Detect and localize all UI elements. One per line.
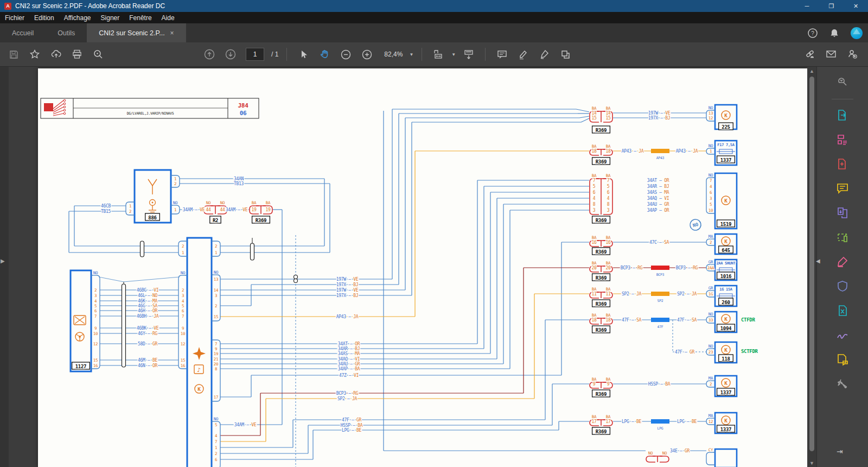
combine-files-icon[interactable] xyxy=(834,205,851,221)
print-icon[interactable] xyxy=(69,46,85,62)
pin-number: 12 xyxy=(93,342,98,346)
scroll-down-icon[interactable]: ▼ xyxy=(807,460,816,466)
wire-label: LPG — BE xyxy=(677,419,697,424)
wire-label: 46BG — VI xyxy=(137,288,159,293)
organize-pages-icon[interactable] xyxy=(834,131,851,148)
scrollbar-thumb[interactable] xyxy=(809,77,814,451)
zoom-in-icon[interactable] xyxy=(359,46,375,62)
pin-header: NO xyxy=(709,143,713,148)
zoom-level-value[interactable]: 82,4% xyxy=(384,51,403,58)
menu-fichier[interactable]: Fichier xyxy=(0,12,29,23)
export-pdf-icon[interactable] xyxy=(834,107,851,123)
previous-page-icon[interactable] xyxy=(201,46,218,62)
email-icon[interactable] xyxy=(823,46,839,62)
create-pdf-icon[interactable] xyxy=(834,156,851,172)
fit-dropdown-caret[interactable]: ▼ xyxy=(451,52,456,57)
wire-label: 34AS — MA xyxy=(647,190,669,195)
comment-icon[interactable] xyxy=(834,180,851,197)
schematic-text: 4 xyxy=(593,196,596,201)
comment-tool-icon[interactable] xyxy=(494,46,510,62)
schematic-text: 15 xyxy=(605,116,611,121)
page-number-input[interactable]: 1 xyxy=(246,48,264,61)
highlight-tool-icon[interactable] xyxy=(515,46,531,62)
tab-document[interactable]: CNI2 sur Scenic 2.P... × xyxy=(87,23,186,42)
pin-header: BA xyxy=(606,377,611,382)
user-avatar[interactable] xyxy=(851,27,863,39)
expand-left-panel-icon[interactable]: ▶ xyxy=(1,258,5,264)
edit-pdf-icon[interactable] xyxy=(834,229,851,245)
wire-label: 46L — NO xyxy=(138,293,158,298)
wire-label: 197W — VE xyxy=(336,277,359,282)
schematic-text: 6 xyxy=(607,190,610,195)
protect-icon[interactable] xyxy=(834,278,851,294)
schematic-text: 19 xyxy=(251,207,257,212)
save-icon[interactable] xyxy=(5,46,22,62)
menu-signer[interactable]: Signer xyxy=(96,12,125,23)
search-tools-icon[interactable] xyxy=(834,73,851,90)
wire-label: 47F — GR xyxy=(675,350,695,355)
find-icon[interactable] xyxy=(90,46,106,62)
zoom-out-icon[interactable] xyxy=(337,46,354,62)
share-cloud-icon[interactable] xyxy=(48,46,64,62)
wire-label: 34AP — BA xyxy=(338,367,360,371)
pin-number: 2 xyxy=(215,451,217,456)
pin-number: 1 xyxy=(129,204,131,209)
schematic-text: 3 xyxy=(607,208,610,213)
menu-edition[interactable]: Edition xyxy=(29,12,59,23)
pin-header: BA xyxy=(606,414,611,419)
schematic-canvas: 1212NO1NO234567910121516NO23456791012151… xyxy=(38,68,807,467)
minimize-button[interactable]: ─ xyxy=(795,0,819,12)
pin-number: 2 xyxy=(710,382,712,387)
fit-width-icon[interactable] xyxy=(430,46,446,62)
inline-connector-symbol xyxy=(293,279,297,283)
wire-label: 34AM — VE xyxy=(183,207,205,212)
pin-header: BA xyxy=(606,235,611,240)
k-symbol-letter: K xyxy=(197,386,201,392)
pin-number: 3 xyxy=(94,293,97,298)
schematic-text: 18 xyxy=(591,149,597,154)
pin-number: 7 xyxy=(215,439,217,444)
pin-number: 21 xyxy=(214,357,218,362)
open-tools-pane-icon[interactable]: ⇥ xyxy=(837,447,843,456)
notifications-bell-icon[interactable] xyxy=(829,28,840,39)
pin-header: MA xyxy=(709,234,713,239)
fit-page-icon[interactable] xyxy=(461,46,477,62)
zoom-dropdown-caret[interactable]: ▼ xyxy=(409,52,413,57)
diagram-code: J84 xyxy=(238,102,249,109)
wire-label: AP43 — JA xyxy=(336,314,359,319)
pin-header: BA xyxy=(592,235,597,240)
menu-aide[interactable]: Aide xyxy=(157,12,180,23)
certificates-icon[interactable] xyxy=(834,327,851,343)
select-tool-icon[interactable] xyxy=(295,46,311,62)
tab-close-icon[interactable]: × xyxy=(170,29,174,37)
fill-sign-icon[interactable] xyxy=(834,254,851,270)
sign-tool-icon[interactable] xyxy=(536,46,552,62)
document-area[interactable]: 1212NO1NO234567910121516NO23456791012151… xyxy=(9,67,807,467)
help-icon[interactable]: ? xyxy=(807,28,818,39)
pin-number: 6 xyxy=(182,308,184,313)
maximize-button[interactable]: ❐ xyxy=(819,0,844,12)
stamp-tool-icon[interactable] xyxy=(557,46,573,62)
vertical-scrollbar[interactable]: ▲ ▼ xyxy=(807,67,816,467)
hand-tool-icon[interactable] xyxy=(316,46,333,62)
tab-accueil[interactable]: Accueil xyxy=(0,23,46,42)
menu-fenêtre[interactable]: Fenêtre xyxy=(124,12,156,23)
splice-block xyxy=(651,419,669,424)
menu-affichage[interactable]: Affichage xyxy=(59,12,96,23)
share-link-icon[interactable] xyxy=(802,46,818,62)
wire-label: 34AQ — VI xyxy=(338,357,360,362)
star-icon[interactable] xyxy=(27,46,43,62)
close-button[interactable]: ✕ xyxy=(844,0,868,12)
send-comments-icon[interactable] xyxy=(834,351,851,368)
optimize-pdf-icon[interactable] xyxy=(834,302,851,319)
k-symbol-letter: K xyxy=(724,316,727,322)
pin-header: GR xyxy=(709,286,713,291)
more-tools-icon[interactable] xyxy=(834,376,851,392)
collapse-tools-pane-icon[interactable]: ◀ xyxy=(816,258,820,264)
tab-outils[interactable]: Outils xyxy=(46,23,87,42)
wire-label: 34AP — OR xyxy=(647,208,669,213)
share-people-icon[interactable] xyxy=(844,46,860,62)
pin-header: BA xyxy=(592,261,597,266)
scroll-up-icon[interactable]: ▲ xyxy=(807,68,816,74)
next-page-icon[interactable] xyxy=(222,46,239,62)
